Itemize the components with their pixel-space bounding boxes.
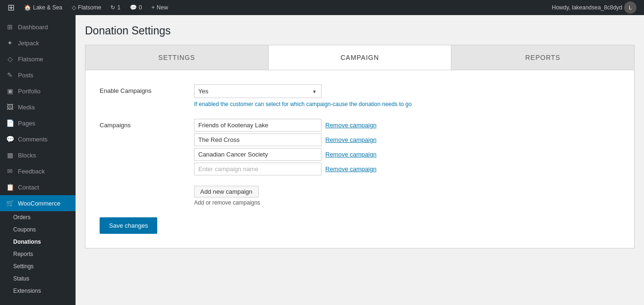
add-campaign-help: Add or remove campaigns [194, 199, 620, 206]
enable-campaigns-field: Yes No If enabled the customer can selec… [194, 84, 620, 107]
sidebar-label-contact: Contact [18, 184, 39, 191]
woocommerce-icon: 🛒 [6, 199, 14, 207]
admin-bar: ⊞ 🏠 Lake & Sea ◇ Flatsome ↻ 1 💬 0 + New … [0, 0, 644, 15]
campaign-row-3: Remove campaign [194, 163, 620, 175]
donations-label: Donations [13, 239, 41, 245]
remove-campaign-3[interactable]: Remove campaign [325, 165, 376, 173]
remove-campaign-0[interactable]: Remove campaign [325, 122, 376, 129]
sidebar-item-contact[interactable]: 📋 Contact [0, 179, 76, 195]
sidebar-label-dashboard: Dashboard [18, 24, 48, 31]
comments-count: 0 [139, 4, 142, 11]
sidebar-label-flatsome: Flatsome [18, 56, 43, 63]
flatsome-button[interactable]: ◇ Flatsome [68, 0, 105, 15]
avatar: L [624, 1, 636, 14]
campaign-row-2: Remove campaign [194, 148, 620, 161]
sidebar-item-pages[interactable]: 📄 Pages [0, 115, 76, 131]
site-name-label: Lake & Sea [33, 4, 62, 11]
home-icon: 🏠 [24, 4, 31, 11]
campaign-input-3[interactable] [194, 163, 322, 175]
howdy-label: Howdy, lakeandsea_8c8dyd [552, 4, 622, 11]
comments-sidebar-icon: 💬 [6, 135, 14, 143]
sidebar-item-flatsome[interactable]: ◇ Flatsome [0, 51, 76, 67]
campaigns-row: Campaigns Remove campaign Remove campaig… [100, 119, 620, 206]
orders-label: Orders [13, 214, 31, 221]
remove-campaign-1[interactable]: Remove campaign [325, 136, 376, 143]
flatsome-label: Flatsome [78, 4, 101, 11]
new-button[interactable]: + New [148, 0, 172, 15]
campaign-input-2[interactable] [194, 148, 322, 161]
add-campaign-area: Add new campaign Add or remove campaigns [194, 181, 620, 206]
sidebar-item-products[interactable]: 📦 Products [0, 301, 76, 305]
enable-campaigns-select[interactable]: Yes No [194, 84, 322, 98]
updates-count: 1 [117, 4, 120, 11]
tabs-row: SETTINGS CAMPAIGN REPORTS [85, 45, 635, 70]
page-title: Donation Settings [85, 25, 635, 37]
sidebar-label-portfolio: Portfolio [18, 88, 41, 95]
sidebar-label-media: Media [18, 104, 34, 111]
sidebar-subitem-settings[interactable]: Settings [0, 260, 76, 272]
jetpack-icon: ✦ [6, 39, 14, 47]
sidebar-subitem-orders[interactable]: Orders [0, 211, 76, 223]
enable-campaigns-row: Enable Campaigns Yes No If enabled the c… [100, 84, 620, 107]
new-label: New [157, 4, 168, 11]
content-panel: Enable Campaigns Yes No If enabled the c… [85, 70, 635, 248]
campaign-row-0: Remove campaign [194, 119, 620, 132]
user-info[interactable]: Howdy, lakeandsea_8c8dyd L [548, 0, 640, 15]
sidebar-subitem-status[interactable]: Status [0, 272, 76, 285]
sidebar-label-jetpack: Jetpack [18, 40, 39, 47]
tab-campaign[interactable]: CAMPAIGN [269, 45, 452, 70]
dashboard-icon: ⊞ [6, 23, 14, 31]
sidebar-label-feedback: Feedback [18, 168, 45, 175]
sidebar-item-media[interactable]: 🖼 Media [0, 99, 76, 115]
enable-campaigns-help: If enabled the customer can select for w… [194, 101, 620, 107]
sidebar-subitem-donations[interactable]: Donations [0, 236, 76, 248]
add-campaign-button[interactable]: Add new campaign [194, 186, 259, 198]
sidebar-item-blocks[interactable]: ▦ Blocks [0, 147, 76, 163]
tab-reports[interactable]: REPORTS [451, 45, 634, 70]
feedback-icon: ✉ [6, 167, 14, 175]
sidebar-subitem-coupons[interactable]: Coupons [0, 223, 76, 236]
portfolio-icon: ▣ [6, 87, 14, 95]
sidebar-label-posts: Posts [18, 72, 34, 79]
sidebar-subitem-reports[interactable]: Reports [0, 248, 76, 260]
sidebar-item-dashboard[interactable]: ⊞ Dashboard [0, 19, 76, 35]
updates-button[interactable]: ↻ 1 [107, 0, 124, 15]
sidebar: ⊞ Dashboard ✦ Jetpack ◇ Flatsome ✎ Posts… [0, 15, 76, 305]
sidebar-label-blocks: Blocks [18, 152, 36, 159]
site-name-button[interactable]: 🏠 Lake & Sea [20, 0, 66, 15]
sidebar-item-woocommerce[interactable]: 🛒 WooCommerce [0, 195, 76, 211]
enable-campaigns-select-wrapper: Yes No [194, 84, 322, 98]
save-button[interactable]: Save changes [100, 217, 157, 234]
campaign-input-0[interactable] [194, 119, 322, 132]
campaign-row-1: Remove campaign [194, 133, 620, 146]
main-content: Donation Settings SETTINGS CAMPAIGN REPO… [76, 15, 644, 305]
sidebar-label-comments: Comments [18, 136, 48, 143]
updates-icon: ↻ [110, 4, 115, 11]
wp-logo-icon: ⊞ [8, 2, 15, 13]
plus-icon: + [152, 4, 155, 11]
sidebar-item-portfolio[interactable]: ▣ Portfolio [0, 83, 76, 99]
blocks-icon: ▦ [6, 151, 14, 159]
comments-button[interactable]: 💬 0 [126, 0, 146, 15]
extensions-label: Extensions [13, 288, 41, 294]
sidebar-subitem-extensions[interactable]: Extensions [0, 285, 76, 297]
pages-icon: 📄 [6, 119, 14, 127]
remove-campaign-2[interactable]: Remove campaign [325, 151, 376, 158]
save-section: Save changes [100, 217, 620, 234]
sidebar-item-comments[interactable]: 💬 Comments [0, 131, 76, 147]
sidebar-item-jetpack[interactable]: ✦ Jetpack [0, 35, 76, 51]
sidebar-item-feedback[interactable]: ✉ Feedback [0, 163, 76, 179]
settings-label: Settings [13, 263, 34, 270]
coupons-label: Coupons [13, 226, 36, 233]
enable-campaigns-label: Enable Campaigns [100, 84, 194, 94]
flatsome-sidebar-icon: ◇ [6, 55, 14, 63]
posts-icon: ✎ [6, 71, 14, 79]
campaign-input-1[interactable] [194, 133, 322, 146]
comments-icon: 💬 [130, 4, 137, 11]
flatsome-icon: ◇ [72, 4, 76, 11]
sidebar-item-posts[interactable]: ✎ Posts [0, 67, 76, 83]
status-label: Status [13, 275, 29, 282]
wp-logo-button[interactable]: ⊞ [4, 0, 18, 15]
tab-settings[interactable]: SETTINGS [85, 45, 269, 70]
sidebar-label-pages: Pages [18, 120, 35, 127]
